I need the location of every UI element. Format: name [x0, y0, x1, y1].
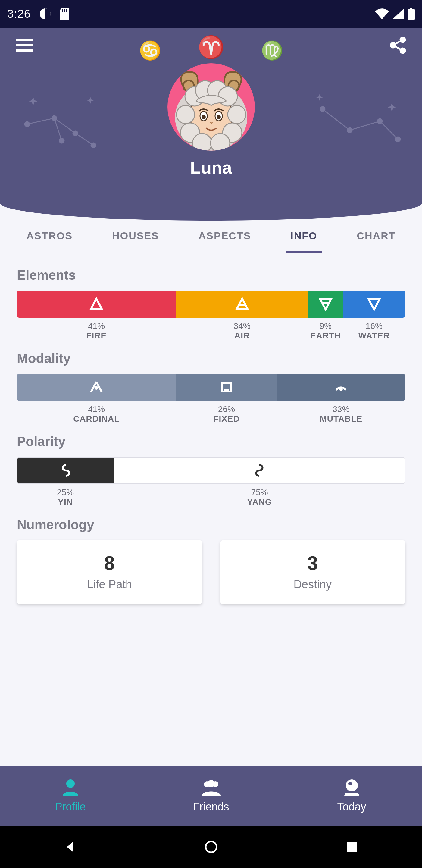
svg-point-50: [96, 387, 97, 389]
svg-rect-3: [66, 9, 67, 12]
svg-point-12: [73, 131, 78, 135]
svg-line-17: [380, 121, 398, 139]
svg-rect-23: [16, 44, 33, 46]
polarity-yin-segment[interactable]: [18, 458, 114, 484]
tab-chart[interactable]: CHART: [353, 221, 400, 253]
share-button[interactable]: [386, 33, 410, 57]
numerology-destiny-caption: Destiny: [226, 578, 399, 591]
svg-point-37: [218, 87, 237, 106]
numerology-title: Numerology: [17, 517, 405, 532]
svg-line-15: [323, 109, 350, 130]
tab-info[interactable]: INFO: [286, 221, 321, 253]
svg-point-20: [378, 119, 382, 124]
svg-point-19: [347, 128, 352, 133]
polarity-yang-segment[interactable]: [114, 458, 404, 484]
svg-point-57: [207, 780, 215, 787]
svg-point-11: [52, 116, 57, 121]
statusbar: 3:26: [0, 0, 422, 28]
svg-rect-2: [64, 9, 65, 12]
svg-point-26: [391, 43, 395, 48]
avatar[interactable]: [167, 63, 255, 151]
nav-friends-label: Friends: [193, 801, 229, 813]
screen: 3:26: [0, 0, 422, 868]
svg-rect-5: [408, 9, 415, 20]
modality-title: Modality: [17, 351, 405, 366]
polarity-bar: [17, 457, 405, 484]
element-earth-segment[interactable]: [308, 290, 343, 318]
svg-point-14: [59, 138, 64, 143]
element-fire-segment[interactable]: [17, 290, 176, 318]
polarity-title: Polarity: [17, 434, 405, 449]
modality-cardinal-label: 41% CARDINAL: [17, 404, 176, 424]
svg-point-47: [217, 115, 221, 119]
constellation-decoration-right: [307, 91, 404, 164]
tab-astros[interactable]: ASTROS: [22, 221, 77, 253]
element-air-segment[interactable]: [176, 290, 308, 318]
tab-houses[interactable]: HOUSES: [108, 221, 163, 253]
svg-rect-1: [62, 9, 63, 12]
elements-title: Elements: [17, 268, 405, 283]
tab-aspects[interactable]: ASPECTS: [194, 221, 255, 253]
svg-point-13: [91, 143, 96, 148]
modality-labels: 41% CARDINAL 26% FIXED 33% MUTABLE: [17, 404, 405, 424]
element-earth-label: 9% EARTH: [308, 321, 343, 341]
modality-cardinal-segment[interactable]: [17, 374, 176, 401]
person-icon: [60, 778, 81, 798]
elements-bar: [17, 290, 405, 318]
svg-point-46: [201, 115, 206, 119]
nav-profile[interactable]: Profile: [0, 766, 141, 826]
svg-line-6: [27, 118, 54, 124]
svg-rect-24: [16, 50, 33, 52]
people-icon: [200, 778, 222, 798]
android-home-button[interactable]: [196, 838, 226, 856]
svg-point-10: [25, 122, 30, 127]
modality-mutable-label: 33% MUTABLE: [277, 404, 405, 424]
sd-card-icon: [60, 8, 70, 20]
svg-point-42: [192, 133, 212, 151]
svg-point-18: [320, 107, 325, 112]
numerology-destiny-card[interactable]: 3 Destiny: [220, 540, 405, 604]
svg-point-38: [176, 105, 195, 124]
svg-point-58: [346, 779, 358, 792]
modality-fixed-label: 26% FIXED: [176, 404, 277, 424]
nav-friends[interactable]: Friends: [141, 766, 281, 826]
numerology-life-path-caption: Life Path: [23, 578, 196, 591]
bottom-nav: Profile Friends Today: [0, 766, 422, 826]
constellation-decoration-left: [15, 88, 111, 161]
header: ♋ ♈ ♍: [0, 28, 422, 221]
section-numerology: Numerology 8 Life Path 3 Destiny: [17, 517, 405, 604]
numerology-life-path-card[interactable]: 8 Life Path: [17, 540, 202, 604]
polarity-yang-label: 75% YANG: [114, 488, 405, 507]
pie-icon: [39, 8, 51, 20]
android-back-button[interactable]: [56, 838, 86, 856]
modality-fixed-segment[interactable]: [176, 374, 277, 401]
element-air-label: 34% AIR: [176, 321, 308, 341]
battery-icon: [408, 8, 415, 20]
nav-today[interactable]: Today: [281, 766, 422, 826]
header-topbar: [0, 30, 422, 60]
nav-profile-label: Profile: [55, 801, 86, 813]
svg-line-28: [395, 41, 401, 44]
content[interactable]: Elements 41% FIRE: [0, 253, 422, 766]
svg-line-9: [54, 118, 62, 141]
menu-button[interactable]: [12, 33, 36, 57]
svg-point-43: [210, 133, 230, 151]
svg-line-16: [350, 121, 380, 130]
svg-rect-4: [410, 8, 412, 9]
statusbar-clock: 3:26: [7, 7, 31, 21]
cell-signal-icon: [392, 8, 404, 19]
numerology-life-path-value: 8: [23, 552, 196, 575]
android-recents-button[interactable]: [337, 838, 367, 856]
wifi-icon: [375, 8, 389, 19]
elements-labels: 41% FIRE 34% AIR 9% EARTH 16% WATER: [17, 321, 405, 341]
svg-line-8: [75, 133, 93, 145]
element-water-segment[interactable]: [343, 290, 405, 318]
polarity-labels: 25% YIN 75% YANG: [17, 488, 405, 507]
svg-line-7: [54, 118, 75, 133]
svg-point-60: [206, 841, 217, 852]
crystal-ball-icon: [341, 778, 363, 798]
modality-mutable-segment[interactable]: [277, 374, 405, 401]
android-nav-bar: [0, 826, 422, 868]
svg-rect-61: [347, 842, 357, 852]
section-modality: Modality 41% CARDINAL 26%: [17, 351, 405, 424]
